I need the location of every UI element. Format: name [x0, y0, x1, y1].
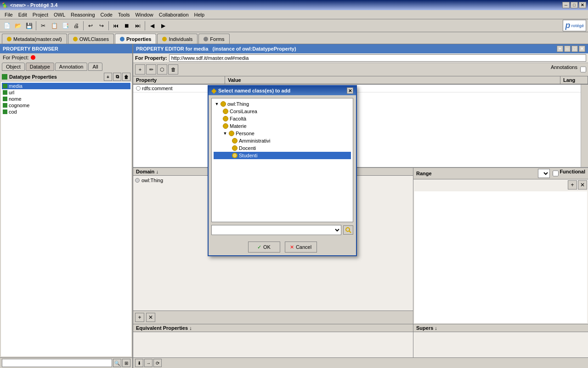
- circle-corsilaurea: [223, 109, 228, 114]
- ok-button[interactable]: ✓ OK: [248, 242, 280, 253]
- label-studenti: Studenti: [239, 153, 257, 158]
- dialog-item-owlthing[interactable]: ▼ owl:Thing: [214, 100, 351, 108]
- dialog-search-row: [211, 225, 353, 235]
- dialog-search-dropdown[interactable]: [211, 225, 341, 235]
- label-docenti: Docenti: [239, 145, 256, 151]
- dialog-title-bar: ◆ Select named class(es) to add ✕: [209, 86, 356, 95]
- dialog-item-studenti[interactable]: Studenti: [214, 152, 351, 159]
- circle-owlthing: [220, 101, 226, 107]
- dialog-content: ▼ owl:Thing CorsiLaurea Facoltà Mat: [209, 95, 356, 238]
- dialog-tree[interactable]: ▼ owl:Thing CorsiLaurea Facoltà Mat: [211, 98, 353, 222]
- dialog-button-row: ✓ OK ✕ Cancel: [209, 238, 356, 255]
- dialog-item-docenti[interactable]: Docenti: [214, 144, 351, 152]
- label-materie: Materie: [230, 123, 247, 129]
- label-owlthing: owl:Thing: [227, 101, 249, 107]
- label-amministrativi: Amministrativi: [239, 138, 270, 144]
- dialog-item-facolta[interactable]: Facoltà: [214, 115, 351, 122]
- circle-docenti: [232, 145, 237, 151]
- circle-persone: [229, 131, 234, 136]
- cancel-x-icon: ✕: [290, 244, 294, 250]
- label-facolta: Facoltà: [230, 116, 246, 121]
- dialog-title-content: ◆ Select named class(es) to add: [211, 87, 290, 94]
- dialog-overlay: ◆ Select named class(es) to add ✕ ▼ owl:…: [0, 0, 588, 368]
- dialog-search-button[interactable]: [343, 225, 353, 235]
- ok-label: OK: [263, 244, 271, 250]
- cancel-label: Cancel: [296, 244, 311, 250]
- circle-amministrativi: [232, 138, 237, 144]
- dialog-item-corsilaurea[interactable]: CorsiLaurea: [214, 108, 351, 115]
- dialog-item-amministrativi[interactable]: Amministrativi: [214, 137, 351, 144]
- dialog-icon: ◆: [211, 87, 216, 94]
- label-corsilaurea: CorsiLaurea: [230, 109, 257, 114]
- search-icon: [345, 227, 351, 233]
- svg-point-0: [346, 228, 350, 231]
- label-persone: Persone: [236, 131, 254, 136]
- dialog-close-button[interactable]: ✕: [347, 87, 353, 94]
- dialog-item-materie[interactable]: Materie: [214, 122, 351, 130]
- circle-materie: [223, 123, 228, 129]
- expand-owlthing[interactable]: ▼: [215, 102, 219, 106]
- select-class-dialog: ◆ Select named class(es) to add ✕ ▼ owl:…: [208, 85, 357, 256]
- cancel-button[interactable]: ✕ Cancel: [285, 242, 317, 253]
- dialog-item-persone[interactable]: ▼ Persone: [214, 130, 351, 137]
- dialog-title-text: Select named class(es) to add: [218, 88, 290, 93]
- circle-studenti: [232, 153, 237, 158]
- circle-facolta: [223, 116, 228, 121]
- ok-check-icon: ✓: [257, 244, 261, 250]
- svg-line-1: [349, 231, 351, 233]
- expand-persone[interactable]: ▼: [223, 131, 227, 136]
